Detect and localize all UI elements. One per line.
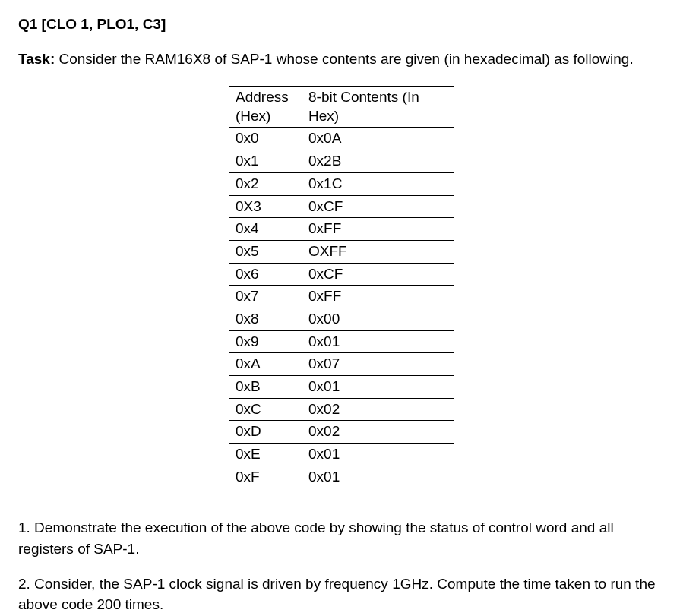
- cell-contents: 0xCF: [302, 195, 454, 218]
- table-row: 0x80x00: [229, 308, 454, 330]
- cell-contents: 0x01: [302, 376, 454, 399]
- table-row: 0x90x01: [229, 330, 454, 353]
- cell-address: 0x9: [229, 330, 302, 353]
- table-row: 0xA0x07: [229, 353, 454, 376]
- cell-contents: 0x02: [302, 421, 454, 444]
- table-row: 0x40xFF: [229, 218, 454, 241]
- cell-contents: 0x01: [302, 444, 454, 466]
- cell-address: 0X3: [229, 195, 302, 218]
- cell-address: 0x1: [229, 150, 302, 173]
- cell-contents: OXFF: [302, 240, 454, 263]
- cell-contents: 0xFF: [302, 286, 454, 308]
- table-row: 0xC0x02: [229, 398, 454, 421]
- cell-address: 0x7: [229, 286, 302, 308]
- cell-address: 0xA: [229, 353, 302, 376]
- task-line: Task: Consider the RAM16X8 of SAP-1 whos…: [18, 49, 665, 70]
- cell-contents: 0x01: [302, 466, 454, 488]
- table-row: 0X30xCF: [229, 195, 454, 218]
- cell-contents: 0x0A: [302, 128, 454, 150]
- header-contents-line2: Hex): [308, 108, 339, 124]
- table-row: 0x60xCF: [229, 263, 454, 286]
- cell-address: 0xD: [229, 421, 302, 444]
- table-row: 0xB0x01: [229, 376, 454, 399]
- cell-contents: 0x01: [302, 330, 454, 353]
- header-address-line1: Address: [236, 89, 289, 105]
- cell-contents: 0x2B: [302, 150, 454, 173]
- table-row: 0xD0x02: [229, 421, 454, 444]
- table-row: 0x70xFF: [229, 286, 454, 308]
- cell-contents: 0x07: [302, 353, 454, 376]
- table-row: 0x20x1C: [229, 172, 454, 195]
- header-address: Address (Hex): [229, 87, 302, 128]
- cell-contents: 0x00: [302, 308, 454, 330]
- cell-address: 0x6: [229, 263, 302, 286]
- cell-address: 0x8: [229, 308, 302, 330]
- cell-contents: 0x02: [302, 398, 454, 421]
- cell-address: 0x4: [229, 218, 302, 241]
- table-header-row: Address (Hex) 8-bit Contents (In Hex): [229, 87, 454, 128]
- cell-address: 0xC: [229, 398, 302, 421]
- subquestion-1: 1. Demonstrate the execution of the abov…: [18, 517, 665, 559]
- subquestion-2: 2. Consider, the SAP-1 clock signal is d…: [18, 573, 665, 615]
- table-row: 0x5OXFF: [229, 240, 454, 263]
- cell-contents: 0xCF: [302, 263, 454, 286]
- cell-address: 0x2: [229, 172, 302, 195]
- table-row: 0xF0x01: [229, 466, 454, 488]
- cell-address: 0x0: [229, 128, 302, 150]
- question-header: Q1 [CLO 1, PLO1, C3]: [18, 14, 665, 35]
- cell-address: 0xE: [229, 444, 302, 466]
- header-address-line2: (Hex): [236, 108, 270, 124]
- table-row: 0x10x2B: [229, 150, 454, 173]
- ram-table-wrapper: Address (Hex) 8-bit Contents (In Hex) 0x…: [18, 86, 665, 488]
- cell-contents: 0x1C: [302, 172, 454, 195]
- cell-address: 0xF: [229, 466, 302, 488]
- table-row: 0x00x0A: [229, 128, 454, 150]
- cell-address: 0xB: [229, 376, 302, 399]
- task-text: Consider the RAM16X8 of SAP-1 whose cont…: [55, 51, 633, 67]
- cell-address: 0x5: [229, 240, 302, 263]
- ram-table: Address (Hex) 8-bit Contents (In Hex) 0x…: [229, 86, 454, 488]
- task-label: Task:: [18, 51, 55, 67]
- table-row: 0xE0x01: [229, 444, 454, 466]
- header-contents: 8-bit Contents (In Hex): [302, 87, 454, 128]
- cell-contents: 0xFF: [302, 218, 454, 241]
- header-contents-line1: 8-bit Contents (In: [308, 89, 419, 105]
